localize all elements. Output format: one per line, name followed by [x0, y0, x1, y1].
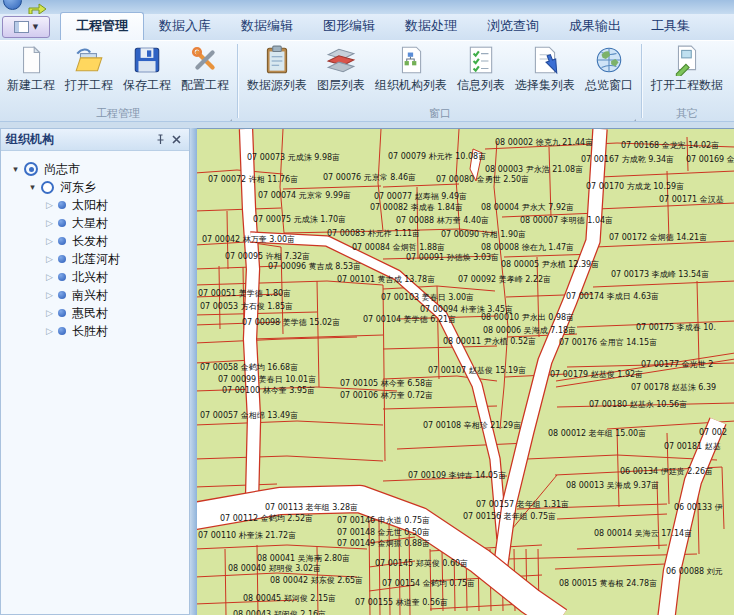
- ribbon-group-2: 打开工程数据其它: [644, 41, 730, 121]
- sidebar-item-beilianhe-village[interactable]: ▷北莲河村: [1, 250, 189, 268]
- map-parcel-label: 07 00110 朴奎洙 21.72亩: [198, 531, 296, 540]
- panel-header: 组织机构: [1, 129, 189, 151]
- map-parcel-label: 07 00170 方成龙 10.59亩: [586, 182, 684, 191]
- map-parcel-label: 07 00084 金炯哲 1.88亩: [352, 243, 445, 252]
- expanded-arrow-icon[interactable]: ▾: [26, 182, 39, 192]
- ribbon-button-overview-window[interactable]: 总览窗口: [580, 42, 638, 96]
- map-parcel-label: 07 00108 辛相珍 21.29亩: [423, 421, 521, 430]
- tab-toolkit[interactable]: 工具集: [636, 13, 705, 40]
- collapsed-arrow-icon[interactable]: ▷: [43, 308, 56, 318]
- tree-node-label: 南兴村: [72, 287, 108, 304]
- ribbon-button-label: 保存工程: [123, 77, 171, 94]
- ribbon-button-save-project[interactable]: 保存工程: [118, 42, 176, 96]
- tree-node-icon: [58, 237, 66, 245]
- map-parcel-label: 07 00098 姜学德 15.02亩: [242, 318, 340, 327]
- map-parcel-label: 07 00105 林今奎 6.58亩: [340, 379, 433, 388]
- sidebar-item-daxing-village[interactable]: ▷大星村: [1, 214, 189, 232]
- collapsed-arrow-icon[interactable]: ▷: [43, 236, 56, 246]
- app-logo-icon[interactable]: [3, 0, 22, 10]
- dialog-launcher-icon[interactable]: [630, 111, 637, 118]
- tab-data-import[interactable]: 数据入库: [144, 13, 226, 40]
- tree-node-icon: [58, 219, 66, 227]
- ribbon-button-datasource-list[interactable]: 数据源列表: [242, 42, 312, 96]
- map-parcel-label: 07 00080 金勇世 2.50亩: [436, 175, 529, 184]
- map-parcel-label: 08 00013 吴海成 9.37亩: [566, 481, 659, 490]
- collapsed-arrow-icon[interactable]: ▷: [43, 218, 56, 228]
- group-separator: [237, 44, 239, 118]
- map-parcel-label: 08 00004 尹永大 7.92亩: [481, 203, 574, 212]
- map-parcel-label: 07 00051 姜学德 1.80亩: [198, 289, 291, 298]
- map-parcel-label: 08 00007 李明德 1.04亩: [520, 216, 613, 225]
- tab-list: 工程管理数据入库数据编辑图形编辑数据处理浏览查询成果输出工具集: [60, 12, 705, 40]
- map-parcel-label: 07 00076 元京常 8.46亩: [323, 173, 416, 182]
- tab-browse-query[interactable]: 浏览查询: [472, 13, 554, 40]
- map-parcel-label: 07 00107 赵基俊 15.19亩: [428, 366, 526, 375]
- dialog-launcher-icon[interactable]: [226, 111, 233, 118]
- tree-node-icon: [58, 327, 66, 335]
- map-parcel-label: 07 00092 姜孝峰 2.22亩: [458, 275, 551, 284]
- view-selector-button[interactable]: ▼: [2, 16, 50, 38]
- map-parcel-label: 08 00011 尹永植 0.52亩: [443, 337, 536, 346]
- panel-title: 组织机构: [6, 131, 152, 148]
- datasource-list-icon: [261, 44, 293, 76]
- map-parcel-label: 07 00106 林万奎 0.72亩: [340, 391, 433, 400]
- map-parcel-label: 07 00181 赵基: [664, 442, 721, 451]
- map-parcel-label: 07 00075 元成洙 1.70亩: [253, 215, 346, 224]
- map-canvas[interactable]: 07 00073 元成洙 9.98亩07 00072 许相 11.76亩07 0…: [197, 128, 734, 615]
- tree-node-label: 长胜村: [72, 323, 108, 340]
- pin-icon[interactable]: [152, 132, 168, 147]
- close-icon[interactable]: [168, 132, 184, 147]
- overview-window-icon: [593, 44, 625, 76]
- map-parcel-label: 07 00148 金元世 0.50亩: [337, 528, 430, 537]
- tab-data-process[interactable]: 数据处理: [390, 13, 472, 40]
- ribbon-button-label: 新建工程: [7, 77, 55, 94]
- config-project-icon: [189, 44, 221, 76]
- map-parcel-label: 07 002: [699, 428, 727, 437]
- map-parcel-label: 06 00134 伊廷贵 2.26亩: [620, 467, 713, 476]
- sidebar-item-huimin-village[interactable]: ▷惠民村: [1, 304, 189, 322]
- ribbon-button-info-list[interactable]: 信息列表: [452, 42, 510, 96]
- sidebar-item-taiyang-village[interactable]: ▷太阳村: [1, 196, 189, 214]
- panel-splitter[interactable]: [190, 128, 197, 615]
- organization-tree: ▾尚志市▾河东乡▷太阳村▷大星村▷长发村▷北莲河村▷北兴村▷南兴村▷惠民村▷长胜…: [1, 151, 189, 340]
- map-parcel-label: 07 00100 林今奎 3.95亩: [222, 386, 315, 395]
- expanded-arrow-icon[interactable]: ▾: [9, 164, 22, 174]
- tab-result-output[interactable]: 成果输出: [554, 13, 636, 40]
- map-parcel-label: 07 00156 老年组 0.75亩: [463, 512, 556, 521]
- sidebar-item-changsheng-village[interactable]: ▷长胜村: [1, 322, 189, 340]
- map-parcel-label: 08 00010 尹永出 0.98亩: [481, 313, 574, 322]
- collapsed-arrow-icon[interactable]: ▷: [43, 200, 56, 210]
- collapsed-arrow-icon[interactable]: ▷: [43, 290, 56, 300]
- ribbon-button-selection-list[interactable]: 选择集列表: [510, 42, 580, 96]
- map-parcel-label: 07 00082 李成春 1.84亩: [370, 203, 463, 212]
- ribbon-button-new-project[interactable]: 新建工程: [2, 42, 60, 96]
- map-parcel-label: 07 00109 李钟吉 14.05亩: [408, 471, 506, 480]
- map-parcel-label: 08 00043 郑闵俊 2.16亩: [233, 610, 326, 615]
- ribbon-button-open-project[interactable]: 打开工程: [60, 42, 118, 96]
- tree-node-label: 河东乡: [60, 179, 96, 196]
- collapsed-arrow-icon[interactable]: ▷: [43, 254, 56, 264]
- map-parcel-label: 07 00095 许相 7.32亩: [225, 252, 310, 261]
- tab-graphic-edit[interactable]: 图形编辑: [308, 13, 390, 40]
- tab-project-management[interactable]: 工程管理: [60, 12, 144, 40]
- sidebar-item-shangzhi-city[interactable]: ▾尚志市: [1, 160, 189, 178]
- sidebar-item-changfa-village[interactable]: ▷长发村: [1, 232, 189, 250]
- ribbon-button-label: 图层列表: [317, 77, 365, 94]
- ribbon-group-buttons: 打开工程数据: [646, 42, 728, 106]
- sidebar-item-nanxing-village[interactable]: ▷南兴村: [1, 286, 189, 304]
- map-parcel-label: 07 00090 许相 1.90亩: [441, 230, 526, 239]
- map-parcel-label: 07 00146 申永道 0.75亩: [337, 516, 430, 525]
- ribbon-button-open-project-data[interactable]: 打开工程数据: [646, 42, 728, 96]
- ribbon-button-layer-list[interactable]: 图层列表: [312, 42, 370, 96]
- collapsed-arrow-icon[interactable]: ▷: [43, 272, 56, 282]
- collapsed-arrow-icon[interactable]: ▷: [43, 326, 56, 336]
- tree-node-icon: [58, 273, 66, 281]
- tab-data-edit[interactable]: 数据编辑: [226, 13, 308, 40]
- sidebar-item-beixing-village[interactable]: ▷北兴村: [1, 268, 189, 286]
- window-layout-icon: [14, 21, 29, 33]
- sidebar-item-hedong-township[interactable]: ▾河东乡: [1, 178, 189, 196]
- ribbon-button-config-project[interactable]: 配置工程: [176, 42, 234, 96]
- ribbon-button-org-list[interactable]: 组织机构列表: [370, 42, 452, 96]
- tree-node-icon: [41, 181, 54, 194]
- map-parcel-label: 08 00002 徐克九 21.44亩: [495, 138, 593, 147]
